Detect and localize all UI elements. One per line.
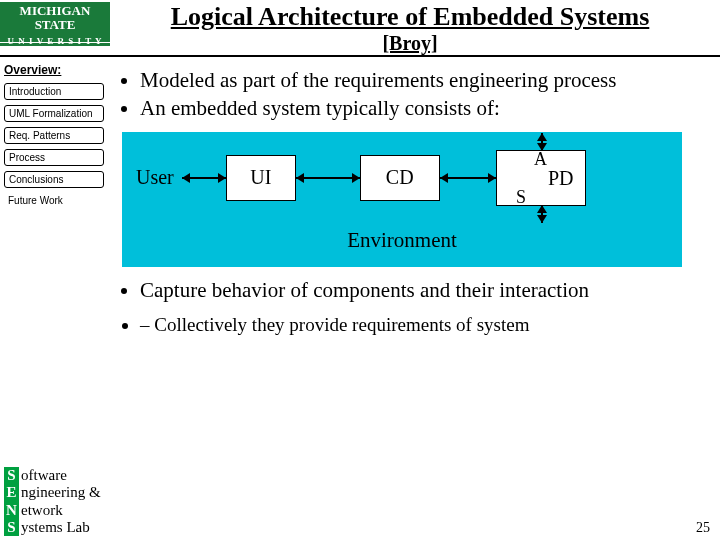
pd-s: S	[516, 188, 526, 206]
arrow-pd-bottom	[541, 205, 543, 223]
footer-software: oftware	[21, 467, 67, 483]
arrow-cd-pd	[440, 177, 496, 179]
pd-main: PD	[548, 168, 574, 188]
box-pd: A PD S	[496, 150, 586, 206]
sidebar-item-process[interactable]: Process	[4, 149, 104, 166]
diagram-row: User UI CD A PD S	[136, 150, 668, 206]
title-block: Logical Architecture of Embedded Systems…	[110, 2, 710, 55]
footer-s1: S	[4, 467, 19, 484]
logo-line1: MICHIGAN STATE	[20, 3, 91, 32]
slide-subtitle: [Broy]	[110, 32, 710, 55]
main-area: Overview: Introduction UML Formalization…	[0, 57, 720, 347]
sidebar-item-future[interactable]: Future Work	[4, 193, 104, 208]
environment-label: Environment	[136, 228, 668, 253]
footer-s2: S	[4, 519, 19, 536]
box-ui: UI	[226, 155, 296, 201]
lab-footer: Software Engineering & Network Systems L…	[4, 467, 101, 536]
bullet-list-bottom: Capture behavior of components and their…	[114, 277, 706, 303]
slide-title: Logical Architecture of Embedded Systems	[110, 2, 710, 32]
page-number: 25	[696, 520, 710, 536]
architecture-diagram: User UI CD A PD S Environment	[122, 132, 682, 267]
university-logo: MICHIGAN STATE U N I V E R S I T Y	[0, 2, 110, 46]
sidebar-item-conclusions[interactable]: Conclusions	[4, 171, 104, 188]
sidebar-item-patterns[interactable]: Req. Patterns	[4, 127, 104, 144]
box-cd: CD	[360, 155, 440, 201]
logo-line2: U N I V E R S I T Y	[8, 36, 103, 46]
content: Modeled as part of the requirements engi…	[108, 57, 720, 347]
sidebar: Overview: Introduction UML Formalization…	[0, 57, 108, 347]
pd-a: A	[534, 150, 547, 168]
footer-e: E	[4, 484, 19, 501]
sub-bullet-list: Collectively they provide requirements o…	[114, 313, 706, 337]
bullet-1: Modeled as part of the requirements engi…	[140, 67, 706, 93]
user-label: User	[136, 166, 174, 189]
footer-engineering: ngineering &	[21, 484, 101, 500]
arrow-user-ui	[182, 177, 226, 179]
bullet-list-top: Modeled as part of the requirements engi…	[114, 67, 706, 122]
slide-header: MICHIGAN STATE U N I V E R S I T Y Logic…	[0, 0, 720, 57]
sub-bullet-1: Collectively they provide requirements o…	[140, 313, 706, 337]
footer-n: N	[4, 502, 19, 519]
footer-systems: ystems Lab	[21, 519, 90, 535]
footer-network: etwork	[21, 502, 63, 518]
arrow-ui-cd	[296, 177, 360, 179]
bullet-2: An embedded system typically consists of…	[140, 95, 706, 121]
sidebar-item-introduction[interactable]: Introduction	[4, 83, 104, 100]
sidebar-item-uml[interactable]: UML Formalization	[4, 105, 104, 122]
arrow-pd-top	[541, 133, 543, 151]
overview-heading: Overview:	[4, 63, 104, 77]
bullet-3: Capture behavior of components and their…	[140, 277, 706, 303]
